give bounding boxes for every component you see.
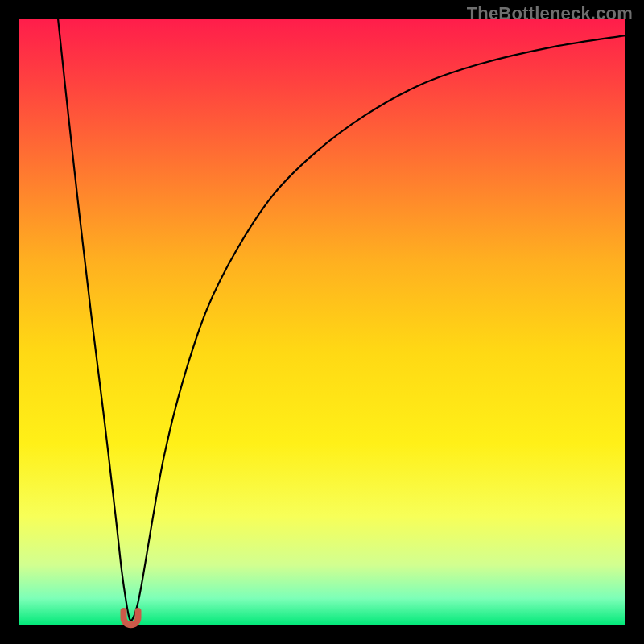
gradient-background: [19, 19, 625, 625]
bottleneck-chart: [0, 0, 644, 644]
watermark-text: TheBottleneck.com: [467, 3, 633, 24]
chart-frame: TheBottleneck.com: [0, 0, 644, 644]
